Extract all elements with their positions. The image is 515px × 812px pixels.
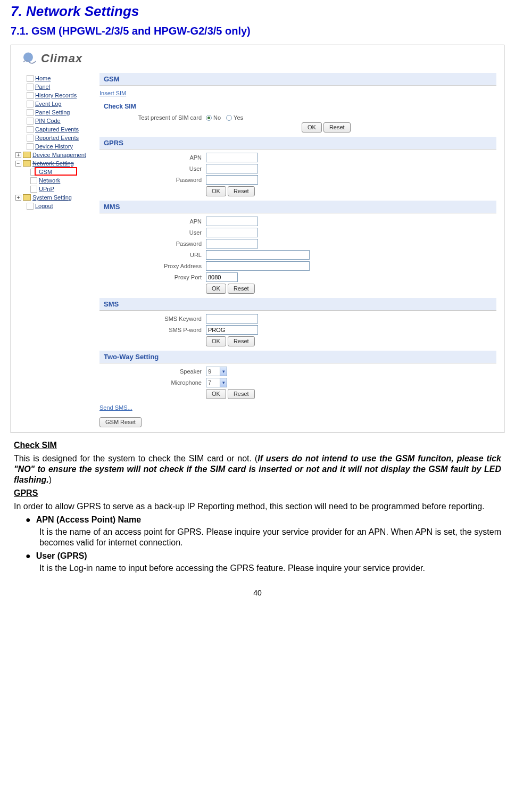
mic-label: Microphone bbox=[99, 379, 206, 386]
mms-user-input[interactable] bbox=[206, 228, 258, 237]
bullet-icon: ● bbox=[26, 551, 31, 561]
doc-check-sim-heading: Check SIM bbox=[14, 441, 501, 450]
logo-text: Climax bbox=[41, 52, 82, 65]
folder-icon bbox=[23, 194, 31, 201]
doc-icon bbox=[27, 135, 34, 142]
mms-header: MMS bbox=[99, 201, 496, 213]
doc-icon bbox=[27, 203, 34, 210]
sms-keyword-label: SMS Keyword bbox=[99, 316, 206, 322]
sms-header: SMS bbox=[99, 298, 496, 311]
nav-gsm[interactable]: GSM bbox=[29, 168, 98, 176]
doc-icon bbox=[27, 143, 34, 150]
speaker-label: Speaker bbox=[99, 368, 206, 375]
nav-logout[interactable]: Logout bbox=[14, 202, 98, 210]
mms-pwd-input[interactable] bbox=[206, 239, 258, 248]
sms-pword-input[interactable] bbox=[206, 325, 258, 335]
sms-ok-button[interactable]: OK bbox=[206, 336, 226, 346]
twoway-reset-button[interactable]: Reset bbox=[228, 389, 255, 399]
doc-check-sim-para: This is designed for the system to check… bbox=[14, 453, 501, 485]
gsm-header: GSM bbox=[99, 73, 496, 86]
doc-icon bbox=[30, 186, 37, 193]
nav-panel[interactable]: Panel bbox=[14, 82, 98, 91]
nav-captured-events[interactable]: Captured Events bbox=[14, 125, 98, 134]
doc-icon bbox=[27, 109, 34, 116]
nav-device-history[interactable]: Device History bbox=[14, 142, 98, 151]
mms-proxy-addr-label: Proxy Address bbox=[99, 263, 206, 269]
nav-system-setting[interactable]: +System Setting bbox=[14, 193, 98, 202]
main-panel: GSM Insert SIM Check SIM Test present of… bbox=[98, 72, 502, 430]
gprs-apn-input[interactable] bbox=[206, 153, 258, 162]
gprs-user-input[interactable] bbox=[206, 164, 258, 173]
gprs-reset-button[interactable]: Reset bbox=[228, 186, 255, 196]
mms-proxy-port-input[interactable] bbox=[206, 272, 238, 282]
mms-apn-label: APN bbox=[99, 218, 206, 225]
mms-pwd-label: Password bbox=[99, 241, 206, 247]
climax-logo-icon bbox=[19, 51, 38, 67]
radio-no[interactable]: No bbox=[206, 114, 221, 121]
tree-expand-icon[interactable]: + bbox=[15, 195, 21, 201]
nav-home[interactable]: Home bbox=[14, 74, 98, 82]
speaker-select[interactable]: 9▾ bbox=[206, 367, 227, 376]
nav-network-setting[interactable]: −Network Setting bbox=[14, 159, 98, 168]
chevron-down-icon: ▾ bbox=[220, 367, 227, 376]
nav-network[interactable]: Network bbox=[29, 176, 98, 185]
twoway-ok-button[interactable]: OK bbox=[206, 389, 226, 399]
nav-reported-events[interactable]: Reported Events bbox=[14, 134, 98, 142]
doc-gprs-heading: GPRS bbox=[14, 488, 501, 498]
doc-icon bbox=[27, 75, 34, 82]
doc-icon bbox=[27, 118, 34, 125]
sms-pword-label: SMS P-word bbox=[99, 327, 206, 333]
sms-keyword-input[interactable] bbox=[206, 314, 258, 324]
bullet-icon: ● bbox=[26, 515, 31, 525]
check-sim-heading: Check SIM bbox=[104, 103, 496, 110]
test-sim-label: Test present of SIM card bbox=[99, 114, 206, 121]
tree-expand-icon[interactable]: + bbox=[15, 152, 21, 158]
doc-icon bbox=[27, 92, 34, 99]
insert-sim-link[interactable]: Insert SIM bbox=[99, 90, 126, 96]
nav-event-log[interactable]: Event Log bbox=[14, 100, 98, 108]
bullet-apn-heading: ●APN (Access Point) Name bbox=[26, 515, 501, 525]
folder-icon bbox=[23, 160, 31, 167]
doc-icon bbox=[27, 126, 34, 133]
logo-bar: Climax bbox=[13, 47, 502, 72]
nav-history-records[interactable]: History Records bbox=[14, 91, 98, 100]
mms-proxy-addr-input[interactable] bbox=[206, 261, 310, 271]
mms-proxy-port-label: Proxy Port bbox=[99, 274, 206, 280]
mms-url-label: URL bbox=[99, 252, 206, 258]
doc-icon bbox=[27, 101, 34, 107]
sms-reset-button[interactable]: Reset bbox=[228, 336, 255, 346]
mms-apn-input[interactable] bbox=[206, 217, 258, 226]
doc-icon bbox=[30, 177, 37, 184]
page-number: 40 bbox=[11, 589, 504, 597]
nav-panel-setting[interactable]: Panel Setting bbox=[14, 108, 98, 117]
radio-yes[interactable]: Yes bbox=[226, 114, 243, 121]
gsm-reset-button[interactable]: GSM Reset bbox=[99, 417, 142, 427]
doc-icon bbox=[27, 84, 34, 90]
gsm-ok-button[interactable]: OK bbox=[302, 122, 322, 132]
radio-icon bbox=[206, 115, 212, 121]
nav-pin-code[interactable]: PIN Code bbox=[14, 117, 98, 125]
nav-upnp[interactable]: UPnP bbox=[29, 185, 98, 193]
page-title: 7. Network Settings bbox=[11, 3, 504, 20]
bullet-apn-text: It is the name of an access point for GP… bbox=[39, 527, 501, 548]
bullet-user-text: It is the Log-in name to input before ac… bbox=[39, 563, 501, 574]
gsm-reset-button[interactable]: Reset bbox=[323, 122, 351, 132]
mms-ok-button[interactable]: OK bbox=[206, 284, 226, 294]
mms-url-input[interactable] bbox=[206, 250, 310, 260]
tree-collapse-icon[interactable]: − bbox=[15, 161, 21, 167]
mic-select[interactable]: 7▾ bbox=[206, 378, 227, 387]
twoway-header: Two-Way Setting bbox=[99, 351, 496, 363]
mms-reset-button[interactable]: Reset bbox=[228, 284, 255, 294]
doc-gprs-para: In order to allow GPRS to serve as a bac… bbox=[14, 501, 501, 512]
send-sms-link[interactable]: Send SMS... bbox=[99, 404, 132, 411]
mms-user-label: User bbox=[99, 229, 206, 236]
bullet-user-heading: ●User (GPRS) bbox=[26, 551, 501, 561]
gprs-user-label: User bbox=[99, 165, 206, 172]
gprs-apn-label: APN bbox=[99, 154, 206, 161]
radio-icon bbox=[226, 115, 232, 121]
chevron-down-icon: ▾ bbox=[220, 378, 227, 387]
gprs-ok-button[interactable]: OK bbox=[206, 186, 226, 196]
gprs-pwd-input[interactable] bbox=[206, 175, 258, 185]
webui-screenshot: Climax Home Panel History Records Event … bbox=[11, 45, 504, 433]
nav-device-management[interactable]: +Device Management bbox=[14, 151, 98, 159]
